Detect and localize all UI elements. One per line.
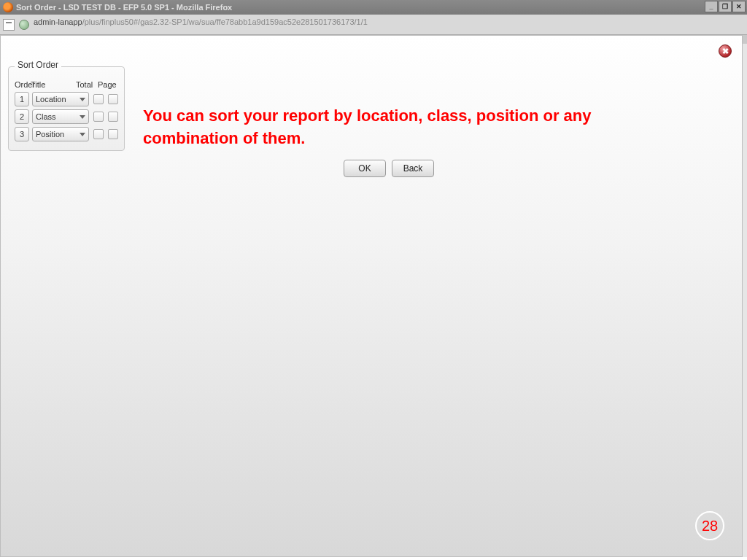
page-checkbox-1[interactable]: [108, 94, 118, 104]
scroll-up-icon: [743, 35, 747, 44]
globe-icon: [19, 20, 29, 30]
order-number: 3: [15, 127, 29, 141]
title-select-2[interactable]: Class: [32, 109, 89, 124]
address-bar: admin-lanapp/plus/finplus50#/gas2.32-SP1…: [0, 15, 747, 35]
header-page: Page: [98, 80, 118, 89]
total-checkbox-3[interactable]: [93, 129, 104, 139]
sort-row-2: 2 Class: [15, 109, 118, 124]
annotation-text: You can sort your report by location, cl…: [143, 105, 603, 150]
sort-headers: Order Title Total Page: [15, 80, 118, 89]
sort-row-1: 1 Location: [15, 92, 118, 106]
url-field[interactable]: admin-lanapp/plus/finplus50#/gas2.32-SP1…: [34, 18, 744, 32]
close-icon: ✖: [722, 47, 729, 56]
page-checkbox-2[interactable]: [108, 112, 118, 122]
chevron-down-icon: [80, 98, 85, 101]
total-checkbox-2[interactable]: [93, 112, 104, 122]
url-path: /plus/finplus50#/gas2.32-SP1/wa/sua/ffe7…: [82, 18, 368, 26]
sort-row-3: 3 Position: [15, 127, 118, 141]
sort-order-legend: Sort Order: [15, 60, 61, 70]
ok-button[interactable]: OK: [344, 160, 386, 177]
window-titlebar: Sort Order - LSD TEST DB - EFP 5.0 SP1 -…: [0, 0, 747, 15]
page-icon: [3, 19, 15, 31]
vertical-scrollbar[interactable]: [743, 35, 747, 557]
page-viewport: ✖ Sort Order Order Title Total Page 1 Lo…: [0, 35, 743, 557]
header-title: Title: [31, 80, 76, 89]
close-window-button[interactable]: ✕: [732, 1, 746, 12]
minimize-button[interactable]: _: [705, 1, 718, 12]
url-host: admin-lanapp: [34, 18, 82, 26]
title-select-3[interactable]: Position: [32, 127, 89, 141]
header-order: Order: [15, 80, 31, 89]
sort-order-panel: Sort Order Order Title Total Page 1 Loca…: [8, 61, 125, 151]
page-number-badge: 28: [695, 511, 724, 540]
close-page-button[interactable]: ✖: [719, 44, 732, 58]
back-button[interactable]: Back: [392, 160, 434, 177]
title-value: Class: [36, 112, 56, 121]
chevron-down-icon: [80, 115, 85, 119]
order-number: 1: [15, 92, 29, 106]
action-buttons: OK Back: [344, 160, 434, 177]
order-number: 2: [15, 109, 29, 124]
total-checkbox-1[interactable]: [93, 94, 104, 104]
title-value: Position: [36, 130, 64, 139]
window-title: Sort Order - LSD TEST DB - EFP 5.0 SP1 -…: [16, 3, 232, 12]
title-value: Location: [36, 95, 66, 104]
chevron-down-icon: [80, 133, 85, 136]
window-controls: _ ❐ ✕: [704, 1, 746, 12]
title-select-1[interactable]: Location: [32, 92, 89, 106]
header-total: Total: [76, 80, 98, 89]
maximize-button[interactable]: ❐: [719, 1, 732, 12]
firefox-icon: [3, 2, 13, 12]
page-checkbox-3[interactable]: [108, 129, 118, 139]
page-number: 28: [702, 518, 718, 534]
